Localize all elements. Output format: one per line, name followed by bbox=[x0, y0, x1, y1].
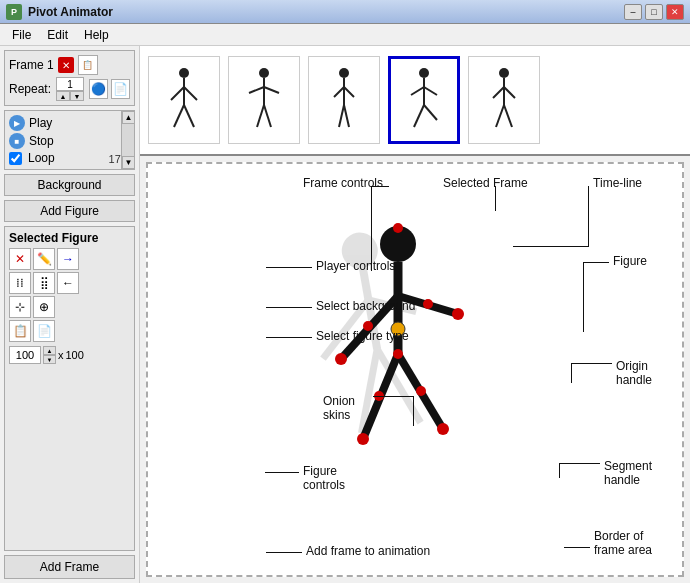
empty-slot bbox=[57, 296, 79, 318]
frame-thumb-5[interactable] bbox=[468, 56, 540, 144]
annotation-select-background: Select background bbox=[316, 299, 415, 313]
timeline-area bbox=[140, 46, 690, 156]
arrow-right-button[interactable]: → bbox=[57, 248, 79, 270]
annotation-origin-handle: Originhandle bbox=[616, 359, 652, 387]
size-controls: 100 ▲ ▼ x 100 bbox=[9, 346, 130, 364]
minimize-button[interactable]: – bbox=[624, 4, 642, 20]
scroll-up[interactable]: ▲ bbox=[122, 111, 135, 124]
svg-line-21 bbox=[424, 87, 437, 95]
title-bar: P Pivot Animator – □ ✕ bbox=[0, 0, 690, 24]
annotation-add-frame: Add frame to animation bbox=[306, 544, 430, 558]
svg-point-12 bbox=[339, 68, 349, 78]
move-button[interactable]: ⊹ bbox=[9, 296, 31, 318]
stop-icon: ■ bbox=[9, 133, 25, 149]
frame-figure-4 bbox=[399, 65, 449, 135]
frame-section: Frame 1 ✕ 📋 Repeat: 1 ▲ ▼ 🔵 📄 bbox=[4, 50, 135, 106]
menu-edit[interactable]: Edit bbox=[39, 26, 76, 44]
svg-line-23 bbox=[424, 105, 437, 120]
canvas-area: Frame controls Selected Frame Time-line … bbox=[146, 162, 684, 577]
width-down[interactable]: ▼ bbox=[43, 355, 56, 364]
app-icon: P bbox=[6, 4, 22, 20]
scroll-down[interactable]: ▼ bbox=[122, 156, 135, 169]
frame-thumb-2[interactable] bbox=[228, 56, 300, 144]
frame-icon2[interactable]: 📄 bbox=[111, 79, 130, 99]
menu-bar: File Edit Help bbox=[0, 24, 690, 46]
svg-line-15 bbox=[344, 87, 354, 97]
svg-line-17 bbox=[344, 105, 349, 127]
right-panel: Frame controls Selected Frame Time-line … bbox=[140, 46, 690, 583]
scroll-track bbox=[122, 124, 134, 156]
svg-point-45 bbox=[357, 433, 369, 445]
annotation-frame-controls: Frame controls bbox=[303, 176, 383, 190]
crosshair-button[interactable]: ⊕ bbox=[33, 296, 55, 318]
edit-figure-button[interactable]: ✏️ bbox=[33, 248, 55, 270]
add-figure-button[interactable]: Add Figure bbox=[4, 200, 135, 222]
frame-figure-2 bbox=[239, 65, 289, 135]
selected-figure-label: Selected Figure bbox=[9, 231, 130, 245]
svg-line-20 bbox=[411, 87, 424, 95]
svg-point-48 bbox=[423, 299, 433, 309]
svg-line-2 bbox=[171, 87, 184, 100]
arrow-left-button[interactable]: ← bbox=[57, 272, 79, 294]
width-up[interactable]: ▲ bbox=[43, 346, 56, 355]
main-layout: Frame 1 ✕ 📋 Repeat: 1 ▲ ▼ 🔵 📄 ▶ bbox=[0, 46, 690, 583]
close-button[interactable]: ✕ bbox=[666, 4, 684, 20]
loop-checkbox[interactable] bbox=[9, 152, 22, 165]
annotation-timeline: Time-line bbox=[593, 176, 642, 190]
svg-point-46 bbox=[437, 423, 449, 435]
scroll-track-v bbox=[57, 320, 79, 342]
paste-figure-button[interactable]: 📄 bbox=[33, 320, 55, 342]
stop-button[interactable]: Stop bbox=[29, 134, 54, 148]
svg-line-27 bbox=[504, 87, 515, 98]
figure-tools-grid: ✕ ✏️ → ⁞⁞ ⣿ ← ⊹ ⊕ 📋 📄 bbox=[9, 248, 130, 342]
svg-line-10 bbox=[257, 105, 264, 127]
loop-label: Loop bbox=[28, 151, 55, 165]
frame-icon1[interactable]: 🔵 bbox=[89, 79, 108, 99]
annotation-selected-frame: Selected Frame bbox=[443, 176, 528, 190]
frame-figure-1 bbox=[159, 65, 209, 135]
svg-line-9 bbox=[264, 87, 279, 93]
frame-thumb-1[interactable] bbox=[148, 56, 220, 144]
grid2-button[interactable]: ⣿ bbox=[33, 272, 55, 294]
player-section: ▶ Play ■ Stop Loop 17.9 ▲ ▼ bbox=[4, 110, 135, 170]
copy-frame-button[interactable]: 📋 bbox=[78, 55, 98, 75]
delete-figure-button[interactable]: ✕ bbox=[9, 248, 31, 270]
svg-point-44 bbox=[452, 308, 464, 320]
svg-line-11 bbox=[264, 105, 271, 127]
size-width-input[interactable]: 100 bbox=[9, 346, 41, 364]
svg-point-51 bbox=[416, 386, 426, 396]
copy-figure-button[interactable]: 📋 bbox=[9, 320, 31, 342]
add-frame-button[interactable]: Add Frame bbox=[4, 555, 135, 579]
annotation-border: Border offrame area bbox=[594, 529, 652, 557]
frame-thumb-4[interactable] bbox=[388, 56, 460, 144]
svg-line-16 bbox=[339, 105, 344, 127]
background-button[interactable]: Background bbox=[4, 174, 135, 196]
repeat-value[interactable]: 1 bbox=[56, 77, 84, 91]
frame-thumb-3[interactable] bbox=[308, 56, 380, 144]
annotation-segment-handle: Segmenthandle bbox=[604, 459, 652, 487]
svg-point-49 bbox=[393, 349, 403, 359]
svg-point-0 bbox=[179, 68, 189, 78]
player-scrollbar: ▲ ▼ bbox=[121, 111, 134, 169]
repeat-down[interactable]: ▼ bbox=[70, 91, 84, 101]
grid-button[interactable]: ⁞⁞ bbox=[9, 272, 31, 294]
svg-line-29 bbox=[504, 105, 512, 127]
svg-point-18 bbox=[419, 68, 429, 78]
svg-line-3 bbox=[184, 87, 197, 100]
delete-frame-button[interactable]: ✕ bbox=[58, 57, 74, 73]
main-figure-svg bbox=[313, 214, 483, 484]
menu-file[interactable]: File bbox=[4, 26, 39, 44]
svg-point-43 bbox=[335, 353, 347, 365]
frame-figure-3 bbox=[319, 65, 369, 135]
annotation-select-figure-type: Select figure type bbox=[316, 329, 409, 343]
svg-line-5 bbox=[184, 105, 194, 127]
menu-help[interactable]: Help bbox=[76, 26, 117, 44]
repeat-up[interactable]: ▲ bbox=[56, 91, 70, 101]
selected-figure-section: Selected Figure ✕ ✏️ → ⁞⁞ ⣿ ← ⊹ ⊕ 📋 📄 10… bbox=[4, 226, 135, 551]
svg-line-22 bbox=[414, 105, 424, 127]
svg-point-6 bbox=[259, 68, 269, 78]
window-controls: – □ ✕ bbox=[624, 4, 684, 20]
play-button[interactable]: Play bbox=[29, 116, 52, 130]
maximize-button[interactable]: □ bbox=[645, 4, 663, 20]
annotation-figure: Figure bbox=[613, 254, 647, 268]
